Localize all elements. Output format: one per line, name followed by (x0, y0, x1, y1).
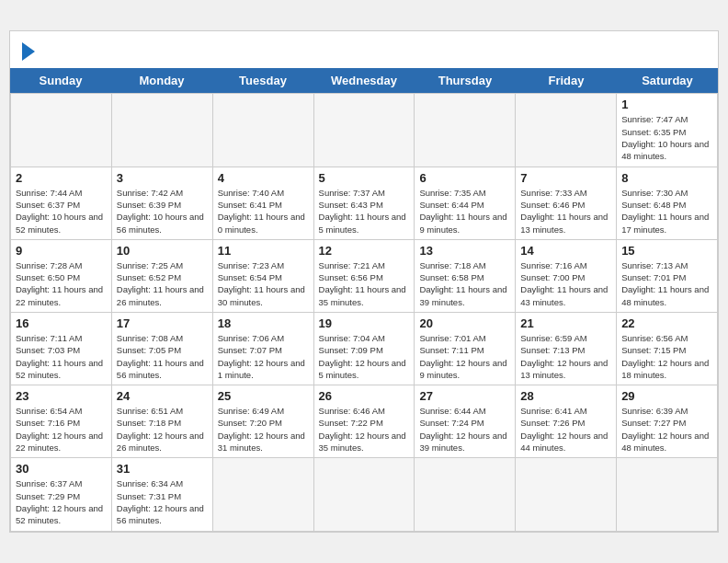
calendar-grid: 1Sunrise: 7:47 AM Sunset: 6:35 PM Daylig… (10, 93, 718, 531)
calendar-cell (415, 458, 516, 531)
calendar-cell: 2Sunrise: 7:44 AM Sunset: 6:37 PM Daylig… (11, 167, 112, 240)
calendar-cell (213, 94, 314, 167)
day-header-sunday: Sunday (10, 68, 111, 93)
cell-info: Sunrise: 6:34 AM Sunset: 7:31 PM Dayligh… (117, 477, 208, 526)
cell-info: Sunrise: 6:56 AM Sunset: 7:15 PM Dayligh… (621, 332, 712, 381)
cell-info: Sunrise: 6:51 AM Sunset: 7:18 PM Dayligh… (117, 405, 208, 454)
cell-info: Sunrise: 7:18 AM Sunset: 6:58 PM Dayligh… (419, 259, 510, 308)
cell-date: 15 (621, 244, 712, 258)
calendar-cell: 27Sunrise: 6:44 AM Sunset: 7:24 PM Dayli… (415, 385, 516, 458)
cell-info: Sunrise: 6:37 AM Sunset: 7:29 PM Dayligh… (16, 477, 107, 526)
cell-info: Sunrise: 7:08 AM Sunset: 7:05 PM Dayligh… (117, 332, 208, 381)
cell-date: 28 (520, 389, 611, 403)
cell-info: Sunrise: 7:21 AM Sunset: 6:56 PM Dayligh… (319, 259, 410, 308)
day-headers: SundayMondayTuesdayWednesdayThursdayFrid… (10, 68, 718, 93)
calendar-cell: 15Sunrise: 7:13 AM Sunset: 7:01 PM Dayli… (617, 240, 718, 313)
cell-date: 3 (117, 171, 208, 185)
calendar-cell: 21Sunrise: 6:59 AM Sunset: 7:13 PM Dayli… (516, 313, 617, 385)
cell-date: 22 (621, 316, 712, 330)
cell-info: Sunrise: 7:30 AM Sunset: 6:48 PM Dayligh… (621, 187, 712, 236)
calendar-cell: 29Sunrise: 6:39 AM Sunset: 7:27 PM Dayli… (617, 385, 718, 458)
calendar-cell: 31Sunrise: 6:34 AM Sunset: 7:31 PM Dayli… (112, 458, 213, 531)
calendar-cell: 4Sunrise: 7:40 AM Sunset: 6:41 PM Daylig… (213, 167, 314, 240)
calendar-cell: 23Sunrise: 6:54 AM Sunset: 7:16 PM Dayli… (11, 385, 112, 458)
cell-date: 4 (218, 171, 309, 185)
cell-info: Sunrise: 7:06 AM Sunset: 7:07 PM Dayligh… (218, 332, 309, 381)
cell-info: Sunrise: 7:37 AM Sunset: 6:43 PM Dayligh… (319, 187, 410, 236)
calendar-cell (11, 94, 112, 167)
calendar-cell: 28Sunrise: 6:41 AM Sunset: 7:26 PM Dayli… (516, 385, 617, 458)
calendar-cell: 17Sunrise: 7:08 AM Sunset: 7:05 PM Dayli… (112, 313, 213, 385)
cell-info: Sunrise: 7:13 AM Sunset: 7:01 PM Dayligh… (621, 259, 712, 308)
cell-info: Sunrise: 7:44 AM Sunset: 6:37 PM Dayligh… (16, 187, 107, 236)
cell-date: 19 (319, 316, 410, 330)
cell-date: 26 (319, 389, 410, 403)
cell-info: Sunrise: 7:40 AM Sunset: 6:41 PM Dayligh… (218, 187, 309, 236)
cell-date: 24 (117, 389, 208, 403)
cell-date: 14 (520, 244, 611, 258)
cell-date: 12 (319, 244, 410, 258)
cell-info: Sunrise: 6:49 AM Sunset: 7:20 PM Dayligh… (218, 405, 309, 454)
cell-date: 1 (621, 98, 712, 111)
calendar-header (10, 31, 718, 68)
cell-date: 31 (117, 462, 208, 476)
cell-info: Sunrise: 7:25 AM Sunset: 6:52 PM Dayligh… (117, 259, 208, 308)
calendar-cell: 7Sunrise: 7:33 AM Sunset: 6:46 PM Daylig… (516, 167, 617, 240)
calendar-cell: 24Sunrise: 6:51 AM Sunset: 7:18 PM Dayli… (112, 385, 213, 458)
cell-date: 25 (218, 389, 309, 403)
calendar-cell: 30Sunrise: 6:37 AM Sunset: 7:29 PM Dayli… (11, 458, 112, 531)
calendar-cell: 5Sunrise: 7:37 AM Sunset: 6:43 PM Daylig… (314, 167, 415, 240)
cell-date: 6 (419, 171, 510, 185)
cell-date: 9 (16, 244, 107, 258)
cell-info: Sunrise: 6:39 AM Sunset: 7:27 PM Dayligh… (621, 405, 712, 454)
calendar-cell: 11Sunrise: 7:23 AM Sunset: 6:54 PM Dayli… (213, 240, 314, 313)
calendar-cell: 18Sunrise: 7:06 AM Sunset: 7:07 PM Dayli… (213, 313, 314, 385)
cell-date: 20 (419, 316, 510, 330)
cell-info: Sunrise: 7:11 AM Sunset: 7:03 PM Dayligh… (16, 332, 107, 381)
cell-date: 8 (621, 171, 712, 185)
cell-info: Sunrise: 6:46 AM Sunset: 7:22 PM Dayligh… (319, 405, 410, 454)
cell-date: 17 (117, 316, 208, 330)
cell-date: 29 (621, 389, 712, 403)
day-header-friday: Friday (516, 68, 617, 93)
cell-date: 10 (117, 244, 208, 258)
calendar-cell: 8Sunrise: 7:30 AM Sunset: 6:48 PM Daylig… (617, 167, 718, 240)
cell-date: 11 (218, 244, 309, 258)
cell-info: Sunrise: 7:35 AM Sunset: 6:44 PM Dayligh… (419, 187, 510, 236)
cell-info: Sunrise: 7:16 AM Sunset: 7:00 PM Dayligh… (520, 259, 611, 308)
calendar-cell: 22Sunrise: 6:56 AM Sunset: 7:15 PM Dayli… (617, 313, 718, 385)
cell-info: Sunrise: 6:41 AM Sunset: 7:26 PM Dayligh… (520, 405, 611, 454)
calendar-cell: 9Sunrise: 7:28 AM Sunset: 6:50 PM Daylig… (11, 240, 112, 313)
calendar-cell: 10Sunrise: 7:25 AM Sunset: 6:52 PM Dayli… (112, 240, 213, 313)
calendar-cell: 26Sunrise: 6:46 AM Sunset: 7:22 PM Dayli… (314, 385, 415, 458)
calendar-cell: 6Sunrise: 7:35 AM Sunset: 6:44 PM Daylig… (415, 167, 516, 240)
calendar-cell: 12Sunrise: 7:21 AM Sunset: 6:56 PM Dayli… (314, 240, 415, 313)
cell-date: 23 (16, 389, 107, 403)
cell-info: Sunrise: 7:04 AM Sunset: 7:09 PM Dayligh… (319, 332, 410, 381)
cell-info: Sunrise: 7:23 AM Sunset: 6:54 PM Dayligh… (218, 259, 309, 308)
cell-info: Sunrise: 6:54 AM Sunset: 7:16 PM Dayligh… (16, 405, 107, 454)
cell-date: 7 (520, 171, 611, 185)
cell-info: Sunrise: 7:47 AM Sunset: 6:35 PM Dayligh… (621, 113, 712, 162)
calendar-container: SundayMondayTuesdayWednesdayThursdayFrid… (9, 30, 719, 532)
calendar-cell: 19Sunrise: 7:04 AM Sunset: 7:09 PM Dayli… (314, 313, 415, 385)
calendar-cell: 3Sunrise: 7:42 AM Sunset: 6:39 PM Daylig… (112, 167, 213, 240)
calendar-cell (617, 458, 718, 531)
calendar-cell: 16Sunrise: 7:11 AM Sunset: 7:03 PM Dayli… (11, 313, 112, 385)
cell-date: 21 (520, 316, 611, 330)
calendar-cell: 20Sunrise: 7:01 AM Sunset: 7:11 PM Dayli… (415, 313, 516, 385)
calendar-cell (516, 458, 617, 531)
cell-date: 27 (419, 389, 510, 403)
calendar-cell (213, 458, 314, 531)
logo (19, 40, 35, 61)
calendar-cell (314, 458, 415, 531)
cell-date: 5 (319, 171, 410, 185)
day-header-monday: Monday (111, 68, 212, 93)
cell-info: Sunrise: 7:01 AM Sunset: 7:11 PM Dayligh… (419, 332, 510, 381)
cell-date: 18 (218, 316, 309, 330)
logo-triangle-icon (22, 42, 35, 61)
cell-info: Sunrise: 7:28 AM Sunset: 6:50 PM Dayligh… (16, 259, 107, 308)
day-header-wednesday: Wednesday (313, 68, 415, 93)
cell-info: Sunrise: 7:42 AM Sunset: 6:39 PM Dayligh… (117, 187, 208, 236)
calendar-cell: 1Sunrise: 7:47 AM Sunset: 6:35 PM Daylig… (617, 94, 718, 167)
